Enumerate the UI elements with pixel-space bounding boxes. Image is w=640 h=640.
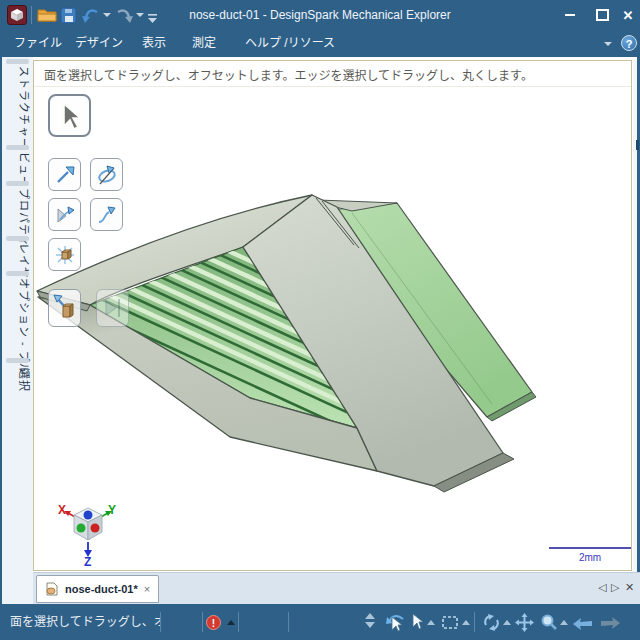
view-forward-icon: [600, 616, 621, 634]
axis-y-label: Y: [108, 503, 116, 517]
document-tab-active[interactable]: nose-duct-01* ×: [36, 575, 159, 603]
alert-dropdown-icon[interactable]: [227, 620, 235, 625]
select-body-option-button[interactable]: [48, 289, 81, 327]
status-divider: [238, 612, 239, 632]
menu-help[interactable]: ヘルプ /リソース: [239, 30, 341, 57]
box-select-dropdown-icon[interactable]: [462, 620, 470, 625]
cursor-icon[interactable]: [410, 613, 424, 635]
bend-option-button[interactable]: [90, 198, 123, 231]
close-button[interactable]: ✕: [614, 0, 640, 30]
tab-nav-close-icon[interactable]: ✕: [625, 581, 634, 594]
undo-dropdown-icon[interactable]: [103, 13, 111, 17]
status-divider: [474, 612, 475, 632]
tab-nav-next-icon[interactable]: ▷: [611, 581, 619, 594]
up-to-option-button: [96, 289, 129, 327]
menu-display[interactable]: 表示: [136, 30, 172, 57]
panel-tab-layers[interactable]: レイヤ: [2, 243, 33, 269]
app-logo-icon[interactable]: [7, 5, 27, 25]
panel-tab-options-pull[interactable]: オプション - プル: [2, 278, 33, 356]
tab-grip: [6, 59, 29, 64]
scale-bar: [549, 547, 631, 549]
designspark-window: nose-duct-01 - DesignSpark Mechanical Ex…: [0, 0, 640, 640]
minimize-button[interactable]: [556, 0, 584, 30]
orbit-icon[interactable]: [482, 613, 501, 636]
axis-triad[interactable]: X Y Z: [56, 498, 120, 566]
status-divider: [288, 612, 289, 632]
axis-z-label: Z: [84, 555, 91, 566]
document-icon: [45, 582, 59, 596]
help-icon[interactable]: ?: [621, 35, 637, 51]
tab-grip: [6, 358, 29, 363]
box-select-icon[interactable]: [442, 615, 458, 633]
panel-tab-structure[interactable]: ストラクチャー: [2, 66, 33, 142]
panel-tab-properties[interactable]: プロパティ: [2, 188, 33, 234]
status-bar: 面を選択してドラッグし、オ !: [0, 604, 640, 640]
splitter-handle[interactable]: [636, 140, 639, 150]
tab-nav-prev-icon[interactable]: ◁: [598, 581, 606, 594]
model-viewport[interactable]: 面を選択してドラッグし、オフセットします。エッジを選択してドラッグし、丸くします…: [33, 60, 632, 571]
redo-dropdown-icon[interactable]: [136, 13, 144, 17]
maximize-button[interactable]: [588, 0, 616, 30]
scale-cube-icon: [53, 243, 77, 267]
up-to-icon: [100, 293, 126, 323]
pull-arrow-option-button[interactable]: [48, 158, 81, 191]
axis-x-label: X: [58, 503, 66, 517]
document-tab-close-icon[interactable]: ×: [144, 583, 150, 595]
zoom-dropdown-icon[interactable]: [560, 620, 568, 625]
open-folder-icon[interactable]: [37, 6, 57, 27]
cursor-dropdown-icon[interactable]: [427, 620, 435, 625]
status-message: 面を選択してドラッグし、オ: [10, 604, 160, 640]
tab-grip: [6, 271, 29, 276]
save-icon[interactable]: [60, 7, 77, 28]
draft-option-button[interactable]: [48, 198, 81, 231]
menu-measure[interactable]: 測定: [186, 30, 222, 57]
panel-tab-selection[interactable]: 選択: [2, 366, 33, 394]
zoom-icon[interactable]: [540, 613, 558, 635]
tab-grip: [6, 236, 29, 241]
view-back-icon[interactable]: [572, 616, 593, 634]
select-cursor-icon: [55, 101, 85, 131]
value-spinner[interactable]: [365, 613, 375, 628]
undo-icon[interactable]: [82, 7, 100, 28]
scale-option-button[interactable]: [48, 238, 81, 271]
toolbar-separator: [31, 6, 32, 24]
tab-grip: [6, 181, 29, 186]
status-divider: [160, 612, 161, 632]
redo-icon[interactable]: [115, 7, 133, 28]
panel-tab-views[interactable]: ビュー: [2, 152, 33, 179]
select-body-icon: [52, 293, 78, 323]
ribbon-collapse-icon[interactable]: [604, 42, 612, 46]
select-tool-button[interactable]: [48, 94, 91, 137]
scale-label: 2mm: [549, 552, 631, 563]
orbit-dropdown-icon[interactable]: [503, 620, 511, 625]
menu-design[interactable]: デザイン: [69, 30, 129, 57]
pan-icon[interactable]: [515, 613, 534, 636]
document-tab-label: nose-duct-01*: [65, 583, 138, 595]
left-panel-tabstrip: ストラクチャー ビュー プロパティ レイヤ オプション - プル 選択: [0, 57, 33, 604]
undo-select-icon[interactable]: [383, 613, 405, 636]
menu-file[interactable]: ファイル: [8, 30, 68, 57]
bend-icon: [95, 203, 119, 227]
draft-icon: [53, 203, 77, 227]
revolve-option-button[interactable]: [90, 158, 123, 191]
revolve-icon: [95, 163, 119, 187]
title-bar: nose-duct-01 - DesignSpark Mechanical Ex…: [0, 0, 640, 30]
tab-grip: [6, 145, 29, 150]
status-divider: [202, 612, 203, 632]
alert-icon[interactable]: !: [206, 615, 221, 630]
menu-bar: ファイル デザイン 表示 測定 ヘルプ /リソース ?: [0, 30, 640, 57]
document-tab-bar: nose-duct-01* × ◁ ▷ ✕: [33, 572, 640, 604]
pull-arrow-icon: [53, 163, 77, 187]
customize-toolbar-icon[interactable]: [148, 10, 157, 28]
